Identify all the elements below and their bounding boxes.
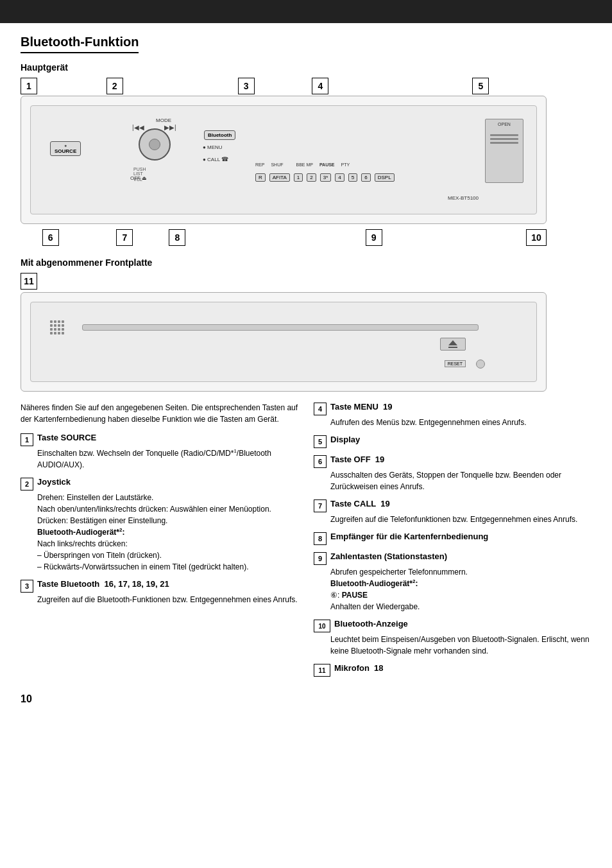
desc-title-8: Empfänger für die Kartenfernbedienung bbox=[330, 532, 488, 541]
desc-num-10: 10 bbox=[314, 620, 330, 632]
num-label-8: 8 bbox=[169, 229, 185, 246]
desc-item-3: 3 Taste Bluetooth 16, 17, 18, 19, 21 Zug… bbox=[21, 579, 298, 605]
desc-item-4-header: 4 Taste MENU 19 bbox=[314, 402, 591, 415]
desc-item-7-header: 7 Taste CALL 19 bbox=[314, 499, 591, 512]
source-label: SOURCE bbox=[55, 148, 76, 154]
btn-5: 5 bbox=[348, 173, 357, 182]
eject-bar-icon bbox=[448, 347, 457, 348]
reset-circle bbox=[476, 360, 485, 369]
desc-body-4: Aufrufen des Menüs bzw. Entgegennehmen e… bbox=[330, 417, 591, 428]
diagram2-inner: RESET bbox=[30, 302, 537, 382]
desc-num-5: 5 bbox=[314, 435, 327, 448]
desc-num-6: 6 bbox=[314, 455, 327, 468]
top-row-controls: REP SHUF BBE MP PAUSE PTY bbox=[255, 162, 350, 167]
desc-item-2: 2 Joystick Drehen: Einstellen der Lautst… bbox=[21, 477, 298, 573]
desc-item-2-header: 2 Joystick bbox=[21, 477, 298, 490]
desc-num-7: 7 bbox=[314, 499, 327, 512]
num-label-6: 6 bbox=[42, 229, 59, 246]
shuf-label: SHUF bbox=[271, 162, 283, 167]
num-label-11: 11 bbox=[21, 273, 37, 290]
num-label-7: 7 bbox=[116, 229, 133, 246]
btn-r: R bbox=[255, 173, 266, 182]
desc-title-3: Taste Bluetooth 16, 17, 18, 19, 21 bbox=[37, 579, 169, 589]
skip-right-icon: ▶▶| bbox=[164, 124, 176, 131]
desc-item-7: 7 Taste CALL 19 Zugreifen auf die Telefo… bbox=[314, 499, 591, 525]
desc-num-4: 4 bbox=[314, 403, 327, 415]
desc-item-6-header: 6 Taste OFF 19 bbox=[314, 455, 591, 468]
desc-title-11: Mikrofon 18 bbox=[334, 663, 384, 673]
eject-button bbox=[440, 338, 466, 351]
reset-button: RESET bbox=[445, 360, 466, 367]
desc-item-9-header: 9 Zahlentasten (Stationstasten) bbox=[314, 551, 591, 565]
btn-dspl: DSPL bbox=[375, 173, 395, 182]
desc-title-9: Zahlentasten (Stationstasten) bbox=[330, 551, 447, 561]
num-label-5: 5 bbox=[472, 78, 489, 94]
bluetooth-button: Bluetooth bbox=[204, 130, 235, 140]
model-name: MEX-BT5100 bbox=[448, 195, 479, 201]
source-button: ● SOURCE bbox=[50, 141, 81, 156]
call-label: ● CALL ☎ bbox=[203, 156, 228, 162]
descriptions-section: Näheres finden Sie auf den angegebenen S… bbox=[21, 402, 591, 683]
diagram-inner: ● SOURCE MODE |◀◀ ▶▶| PUSH LIST VOL Blue… bbox=[30, 105, 537, 214]
display-bar bbox=[82, 324, 479, 331]
desc-item-4: 4 Taste MENU 19 Aufrufen des Menüs bzw. … bbox=[314, 402, 591, 428]
top-bar bbox=[0, 0, 612, 23]
eject-triangle-icon bbox=[448, 340, 457, 345]
desc-title-1: Taste SOURCE bbox=[37, 433, 96, 442]
desc-item-5: 5 Display bbox=[314, 435, 591, 448]
joystick-control bbox=[139, 128, 171, 161]
desc-body-9: Abrufen gespeicherter Telefonnummern. Bl… bbox=[330, 566, 591, 612]
desc-num-1: 1 bbox=[21, 433, 33, 446]
num-label-1: 1 bbox=[21, 78, 37, 94]
desc-num-2: 2 bbox=[21, 478, 33, 490]
desc-body-1: Einschalten bzw. Wechseln der Tonquelle … bbox=[37, 447, 298, 471]
btn-afita: AFITA bbox=[269, 173, 290, 182]
skip-left-icon: |◀◀ bbox=[132, 124, 144, 131]
page-title: Bluetooth-Funktion bbox=[21, 35, 139, 53]
desc-item-10-header: 10 Bluetooth-Anzeige bbox=[314, 619, 591, 632]
num-label-3: 3 bbox=[238, 78, 255, 94]
desc-item-6: 6 Taste OFF 19 Ausschalten des Geräts, S… bbox=[314, 455, 591, 492]
number-labels-top: 1 2 3 4 5 bbox=[21, 78, 547, 94]
desc-item-11-header: 11 Mikrofon 18 bbox=[314, 663, 591, 677]
cd-slot-lines bbox=[490, 134, 518, 144]
microphone-control bbox=[50, 320, 68, 338]
btn-3: 3* bbox=[320, 173, 332, 182]
btn-4: 4 bbox=[335, 173, 344, 182]
main-device-diagram: ● SOURCE MODE |◀◀ ▶▶| PUSH LIST VOL Blue… bbox=[21, 96, 547, 224]
desc-title-4: Taste MENU 19 bbox=[330, 402, 393, 412]
desc-title-7: Taste CALL 19 bbox=[330, 499, 390, 508]
off-label: OFF ⏏ bbox=[130, 175, 147, 181]
desc-left-col: Näheres finden Sie auf den angegebenen S… bbox=[21, 402, 298, 683]
desc-item-10: 10 Bluetooth-Anzeige Leuchtet beim Einsp… bbox=[314, 619, 591, 657]
desc-num-8: 8 bbox=[314, 532, 327, 545]
mode-label: MODE bbox=[156, 117, 171, 123]
page-number: 10 bbox=[21, 693, 591, 705]
num-label-10: 10 bbox=[526, 229, 547, 246]
section-front-title: Mit abgenommener Frontplatte bbox=[21, 257, 591, 268]
desc-title-6: Taste OFF 19 bbox=[330, 455, 384, 464]
desc-item-8: 8 Empfänger für die Kartenfernbedienung bbox=[314, 532, 591, 545]
number-labels-bottom: 6 7 8 9 10 bbox=[21, 229, 547, 246]
pause-label: PAUSE bbox=[319, 162, 335, 167]
btn-1: 1 bbox=[294, 173, 303, 182]
desc-title-10: Bluetooth-Anzeige bbox=[334, 619, 408, 629]
desc-num-11: 11 bbox=[314, 664, 330, 677]
frontplate-diagram: RESET bbox=[21, 292, 547, 392]
intro-text: Näheres finden Sie auf den angegebenen S… bbox=[21, 402, 298, 425]
num-label-9: 9 bbox=[366, 229, 382, 246]
desc-body-7: Zugreifen auf die Telefonfunktionen bzw.… bbox=[330, 514, 591, 525]
desc-num-3: 3 bbox=[21, 580, 33, 593]
desc-item-1: 1 Taste SOURCE Einschalten bzw. Wechseln… bbox=[21, 433, 298, 471]
desc-item-5-header: 5 Display bbox=[314, 435, 591, 448]
desc-title-2: Joystick bbox=[37, 477, 71, 487]
desc-body-2: Drehen: Einstellen der Lautstärke. Nach … bbox=[37, 492, 298, 573]
desc-item-9: 9 Zahlentasten (Stationstasten) Abrufen … bbox=[314, 551, 591, 612]
section-main-title: Hauptgerät bbox=[21, 62, 591, 73]
desc-body-3: Zugreifen auf die Bluetooth-Funktionen b… bbox=[37, 594, 298, 605]
desc-item-8-header: 8 Empfänger für die Kartenfernbedienung bbox=[314, 532, 591, 545]
pty-label: PTY bbox=[341, 162, 350, 167]
numpad-row: R AFITA 1 2 3* 4 5 6 DSPL bbox=[255, 173, 395, 182]
open-label: OPEN bbox=[498, 122, 511, 126]
bbemp-label: BBE MP bbox=[296, 162, 312, 167]
